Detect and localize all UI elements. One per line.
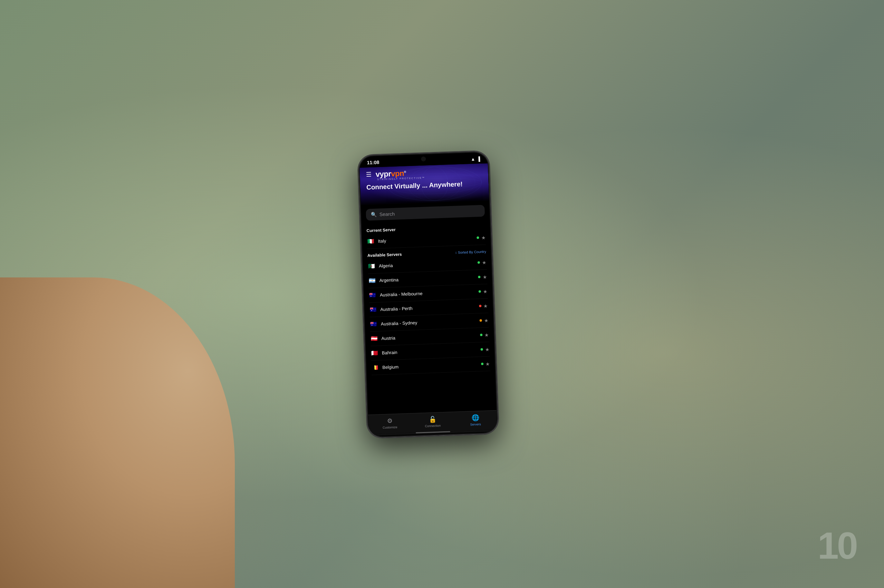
server-actions-1: ★: [478, 274, 487, 280]
current-server-section: Current Server 🇮🇹 Italy ★: [366, 219, 486, 250]
status-time: 11:08: [367, 159, 379, 165]
flag-7: 🇧🇪: [371, 364, 379, 371]
server-name-2: Australia - Melbourne: [380, 289, 479, 297]
customize-label: Customize: [383, 426, 397, 429]
star-3[interactable]: ★: [483, 303, 488, 309]
status-dot-2: [479, 290, 481, 292]
flag-3: 🇦🇺: [369, 306, 377, 314]
phone-screen: 11:08 ▲ ▐: [359, 152, 497, 436]
server-name-0: Algeria: [379, 260, 478, 268]
star-6[interactable]: ★: [485, 346, 490, 352]
nav-item-customize[interactable]: ⚙ Customize: [368, 416, 411, 430]
connection-icon: 🔓: [428, 416, 436, 423]
flag-0: 🇩🇿: [368, 263, 376, 270]
server-actions-2: ★: [479, 288, 488, 294]
server-actions-0: ★: [478, 260, 487, 266]
servers-label: Servers: [470, 422, 481, 426]
current-server-actions: ★: [477, 235, 486, 240]
star-2[interactable]: ★: [483, 288, 488, 294]
status-dot-0: [478, 261, 480, 264]
server-name-1: Argentina: [379, 274, 478, 283]
server-actions-6: ★: [480, 346, 490, 352]
hamburger-icon[interactable]: ☰: [366, 171, 371, 179]
status-dot-5: [480, 334, 483, 336]
servers-icon: 🌐: [471, 414, 479, 422]
flag-5: 🇦🇹: [370, 335, 378, 342]
connection-label: Connection: [425, 424, 440, 428]
app-content: ☰ vyprvpn® STRIKINGLY PROTECTIVE™ Connec…: [359, 163, 497, 436]
nav-item-connection[interactable]: 🔓 Connection: [411, 415, 454, 428]
customize-icon: ⚙: [387, 417, 392, 425]
star-4[interactable]: ★: [484, 318, 489, 323]
server-name-5: Austria: [381, 332, 480, 341]
search-bar[interactable]: 🔍 Search: [366, 205, 485, 221]
app-header: ☰ vyprvpn® STRIKINGLY PROTECTIVE™ Connec…: [359, 163, 489, 206]
sort-label[interactable]: ↕ Sorted By Country: [455, 249, 486, 254]
star-1[interactable]: ★: [483, 274, 487, 279]
search-icon: 🔍: [371, 212, 377, 218]
flag-2: 🇦🇺: [369, 292, 377, 299]
star-0[interactable]: ★: [482, 260, 487, 265]
watermark-logo: 10: [818, 524, 856, 567]
wifi-icon: ▲: [471, 156, 475, 162]
status-dot-7: [481, 363, 483, 365]
current-server-label: Current Server: [366, 227, 395, 233]
current-server-name: Italy: [378, 235, 477, 244]
server-actions-7: ★: [481, 361, 490, 367]
current-server-star[interactable]: ★: [481, 235, 486, 240]
status-dot-3: [479, 305, 481, 307]
server-list: Current Server 🇮🇹 Italy ★ Available Serv…: [362, 219, 496, 415]
current-server-status-dot: [477, 236, 479, 239]
server-actions-3: ★: [479, 303, 488, 309]
star-5[interactable]: ★: [484, 332, 489, 338]
available-servers-label: Available Servers: [367, 252, 402, 258]
server-actions-5: ★: [480, 332, 489, 338]
sort-icon: ↕: [455, 250, 457, 254]
server-actions-4: ★: [479, 318, 489, 323]
battery-icon: ▐: [477, 156, 480, 161]
search-placeholder-text: Search: [379, 211, 395, 218]
status-dot-4: [480, 319, 482, 322]
sort-text: Sorted By Country: [458, 249, 486, 254]
italy-flag: 🇮🇹: [367, 238, 375, 245]
status-dot-1: [478, 276, 480, 278]
status-icons: ▲ ▐: [471, 156, 480, 162]
flag-1: 🇦🇷: [368, 278, 376, 284]
server-name-7: Belgium: [382, 361, 481, 370]
server-name-3: Australia - Perth: [380, 303, 479, 312]
phone-device: 11:08 ▲ ▐: [358, 151, 499, 438]
flag-6: 🇧🇭: [371, 350, 379, 357]
server-name-4: Australia - Sydney: [381, 318, 480, 326]
status-dot-6: [481, 348, 483, 351]
server-items-container: 🇩🇿 Algeria ★ 🇦🇷 Argentina ★ 🇦🇺 Australia…: [367, 255, 490, 375]
nav-item-servers[interactable]: 🌐 Servers: [454, 413, 497, 427]
server-name-6: Bahrain: [382, 347, 481, 356]
star-7[interactable]: ★: [486, 361, 490, 366]
flag-4: 🇦🇺: [370, 321, 378, 328]
